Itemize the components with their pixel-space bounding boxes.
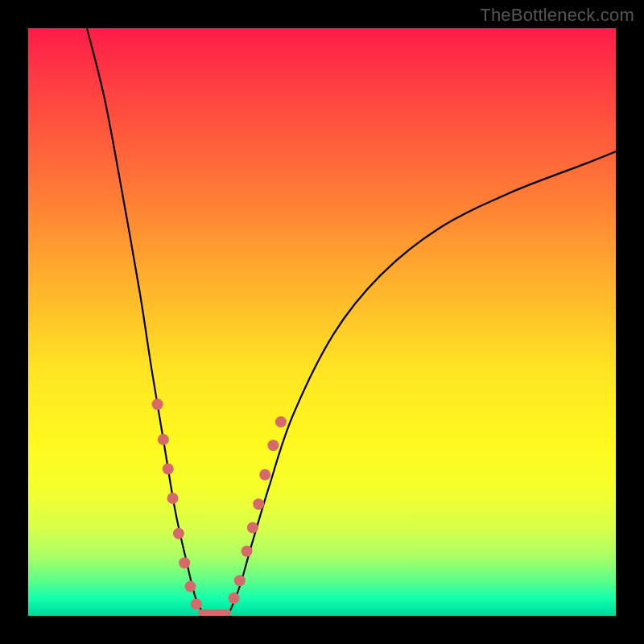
marker-dot — [267, 440, 279, 451]
curve-right-branch — [228, 151, 616, 616]
curve-left-branch — [87, 28, 204, 616]
chart-svg — [28, 28, 616, 616]
marker-dot — [163, 464, 174, 475]
marker-dot — [259, 469, 270, 481]
marker-dot — [173, 528, 184, 539]
marker-dot — [158, 434, 169, 445]
marker-dot — [191, 598, 202, 609]
watermark-text: TheBottleneck.com — [480, 5, 634, 26]
marker-dot — [275, 416, 287, 427]
marker-dot — [247, 522, 258, 534]
plot-area — [28, 28, 616, 616]
marker-dot — [234, 575, 246, 586]
marker-dot — [229, 592, 240, 604]
marker-dot — [179, 557, 190, 568]
marker-dot — [253, 498, 264, 510]
marker-dot — [167, 493, 179, 504]
marker-dots — [152, 398, 287, 609]
marker-dot — [184, 581, 196, 592]
marker-dot — [242, 546, 253, 557]
marker-dot — [152, 398, 163, 410]
chart-frame: TheBottleneck.com — [0, 0, 644, 644]
